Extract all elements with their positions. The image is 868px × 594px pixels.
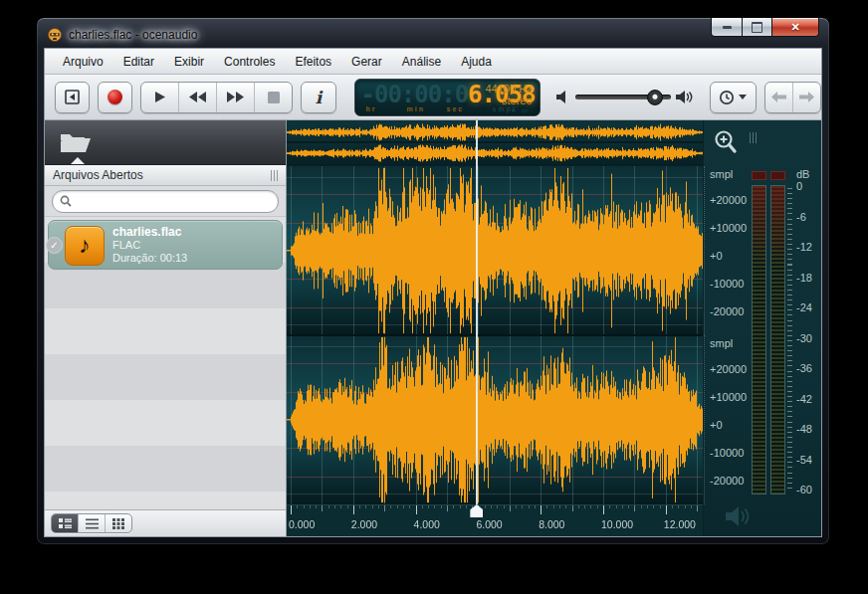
waveform-channel-right[interactable] <box>287 335 703 504</box>
search-icon <box>60 195 72 207</box>
menu-item-7[interactable]: Ajuda <box>451 50 502 74</box>
db-scale-label: -42 <box>796 393 812 405</box>
sample-rate: 44100 Hz <box>486 83 533 95</box>
window-title: charlies.flac - ocenaudio <box>69 28 197 42</box>
clip-indicator-left[interactable] <box>752 171 766 180</box>
file-name: charlies.flac <box>112 225 187 239</box>
app-icon <box>47 27 63 43</box>
timeline-label: 4.000 <box>414 518 440 530</box>
search-input[interactable] <box>77 192 271 210</box>
file-list[interactable]: ✓ ♪ charlies.flac FLAC Duração: 00:13 <box>45 217 286 509</box>
grid-view-button[interactable] <box>105 514 131 532</box>
volume-knob[interactable] <box>647 90 663 105</box>
toolbar: i -00:00:06.058 hr min sec smpl 44100 Hz… <box>45 75 821 120</box>
forward-button[interactable] <box>792 83 820 112</box>
amp-scale-label: +10000 <box>710 222 747 234</box>
detail-view-icon <box>59 518 72 529</box>
db-scale-label: -24 <box>796 301 812 313</box>
file-format: FLAC <box>112 239 187 252</box>
menu-item-0[interactable]: Arquivo <box>53 50 113 74</box>
monitor-speaker-icon[interactable] <box>726 506 752 526</box>
file-list-item-selected[interactable]: ✓ ♪ charlies.flac FLAC Duração: 00:13 <box>48 220 283 270</box>
back-button[interactable] <box>765 83 792 112</box>
amp-scale-right: smpl+20000+10000+0-10000-20000 <box>704 335 751 504</box>
rewind-button[interactable] <box>178 83 216 112</box>
play-button[interactable] <box>141 83 178 112</box>
titlebar: charlies.flac - ocenaudio <box>47 25 197 45</box>
zoom-in-icon[interactable] <box>712 128 740 156</box>
open-files-folder-icon[interactable] <box>59 129 93 155</box>
lcd-status-icons: ▸ ▭ <box>513 106 531 114</box>
list-view-button[interactable] <box>78 514 105 532</box>
arrow-left-icon <box>771 92 786 102</box>
stop-button[interactable] <box>254 83 292 112</box>
view-mode-group <box>51 513 132 533</box>
file-duration: Duração: 00:13 <box>112 252 187 265</box>
timeline-ruler[interactable]: 0.0002.0004.0006.0008.00010.00012.000 <box>287 504 703 536</box>
panel-grip[interactable] <box>271 170 278 181</box>
menu-bar: ArquivoEditarExibirControlesEfeitosGerar… <box>45 49 821 75</box>
timeline-label: 0.000 <box>289 518 315 530</box>
clip-indicator-right[interactable] <box>770 171 785 180</box>
timeline-label: 6.000 <box>476 518 502 530</box>
right-panel-header <box>704 120 821 166</box>
amp-scale-label: -10000 <box>710 278 744 290</box>
speaker-low-icon <box>556 91 570 103</box>
waveform-area: 0.0002.0004.0006.0008.00010.00012.000 <box>287 120 703 536</box>
menu-item-6[interactable]: Análise <box>392 50 451 74</box>
meter-body: smpl+20000+10000+0-10000-20000 smpl+2000… <box>704 166 821 504</box>
maximize-button[interactable] <box>743 18 772 37</box>
info-button[interactable]: i <box>301 82 335 113</box>
stop-icon <box>268 92 280 103</box>
waveform-channel-left[interactable] <box>287 166 703 335</box>
time-display: -00:00:06.058 hr min sec smpl 44100 Hz s… <box>354 79 541 116</box>
db-scale-label: -18 <box>796 272 812 284</box>
file-check-icon: ✓ <box>46 237 63 254</box>
db-unit-label: dB <box>796 168 809 180</box>
close-button[interactable]: ✕ <box>772 18 819 37</box>
arrow-right-icon <box>799 92 814 102</box>
db-scale-label: -12 <box>796 241 812 253</box>
volume-slider[interactable] <box>575 95 671 99</box>
list-view-icon <box>86 518 99 529</box>
level-meter-right <box>770 185 785 495</box>
meter-panel-grip[interactable] <box>750 132 757 143</box>
menu-item-5[interactable]: Gerar <box>341 50 392 74</box>
menu-item-3[interactable]: Controles <box>214 50 285 74</box>
channel-mode: stereo <box>486 95 533 106</box>
lcd-unit-min: min <box>407 105 425 112</box>
timeline-label: 10.000 <box>601 518 633 530</box>
amp-scale-label: -20000 <box>710 475 744 487</box>
amp-scale-label: +20000 <box>710 194 747 206</box>
minimize-button[interactable] <box>711 18 743 37</box>
sidebar-bottom-bar <box>45 509 286 536</box>
speaker-high-icon <box>676 91 694 103</box>
lcd-format-info: 44100 Hz stereo <box>486 83 533 106</box>
menu-item-2[interactable]: Exibir <box>164 50 214 74</box>
timeline-label: 8.000 <box>539 518 564 530</box>
time-format-dropdown-button[interactable] <box>710 82 757 113</box>
db-scale-label: -60 <box>796 484 812 495</box>
amp-scale-label: smpl <box>710 337 733 349</box>
timeline-label: 2.000 <box>351 518 377 530</box>
record-icon <box>108 90 122 104</box>
amp-scale-label: smpl <box>710 168 733 180</box>
amp-scale-label: +0 <box>710 250 723 262</box>
sidebar: Arquivos Abertos ✓ ♪ <box>45 120 287 536</box>
db-scale-label: -36 <box>796 362 812 374</box>
menu-item-1[interactable]: Editar <box>113 50 164 74</box>
active-tab-notch <box>71 157 85 164</box>
db-scale-label: 0 <box>796 180 802 192</box>
skip-to-start-icon <box>65 90 80 104</box>
meter-footer <box>704 504 821 534</box>
detail-view-button[interactable] <box>52 514 78 532</box>
lcd-unit-sec: sec <box>447 105 465 112</box>
fast-forward-button[interactable] <box>216 83 254 112</box>
record-button[interactable] <box>98 82 132 113</box>
fast-forward-icon <box>227 92 244 102</box>
waveform-overview[interactable] <box>287 120 703 166</box>
skip-to-start-button[interactable] <box>55 82 90 113</box>
menu-item-4[interactable]: Efeitos <box>285 50 341 74</box>
app-window: charlies.flac - ocenaudio ✕ ArquivoEdita… <box>36 17 830 545</box>
amp-scale-label: +10000 <box>710 391 747 403</box>
